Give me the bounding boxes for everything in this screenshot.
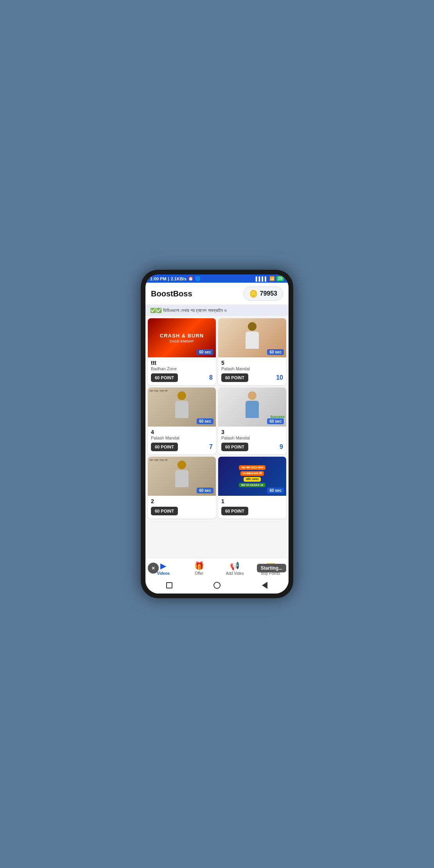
video-info-3: 4 Palash Mandal 60 POINT 7 [148,427,216,454]
announcement-bar: ✅✅ ভিডিওগুলো দেখার পর চ্যানেল সাবক্রাইব … [145,305,289,316]
announcement-text: ✅✅ ভিডিওগুলো দেখার পর চ্যানেল সাবক্রাইব … [150,308,226,313]
video-footer-1: 60 POINT 8 [151,373,213,382]
count-1: 8 [209,374,213,381]
back-icon [262,582,267,589]
app-title: BoostBoss [151,289,192,298]
thumbnail-6: নতুন গজল 2023 সালের দুয জাহানের বাদসা নব… [218,457,286,496]
nav-offer[interactable]: 🎁 Offer [181,560,217,576]
system-nav [145,578,289,594]
add-video-label: Add Video [226,571,244,576]
video-title-2: 5 [221,360,283,366]
video-title-4: 3 [221,429,283,435]
video-footer-2: 60 POINT 10 [221,373,283,382]
home-button[interactable] [213,581,221,590]
thumbnail-3: স্বাদ আছে সাধ্য নাই 60 sec [148,387,216,427]
video-title-1: ttt [151,360,213,366]
thumbnail-1: CRASH & BURN ZACK KNIGHT 60 sec [148,318,216,357]
video-card-2[interactable]: 60 sec 5 Palash Mandal 60 POINT 10 [218,318,286,385]
count-2: 10 [276,374,283,381]
add-video-icon: 📢 [230,561,240,570]
video-info-6: 1 60 POINT [218,496,286,518]
nav-add-video[interactable]: 📢 Add Video [217,560,253,576]
thumbnail-5: স্বাদ আছে সাধ্য নাই 60 sec [148,457,216,496]
battery-badge: 25 [276,276,284,281]
status-bar: 1:00 PM | 2.1KB/s ⏰ 🌐 ▌▌▌▌ 📶 25 [145,274,289,283]
count-4: 9 [280,443,283,450]
status-time: 1:00 PM [150,276,167,281]
wifi-icon: 📶 [269,276,275,281]
video-channel-4: Palash Mandal [221,436,283,440]
point-btn-5[interactable]: 60 POINT [151,507,178,515]
point-btn-3[interactable]: 60 POINT [151,443,178,451]
video-channel-3: Palash Mandal [151,436,213,440]
video-footer-5: 60 POINT [151,507,213,515]
recent-apps-icon [166,582,172,588]
video-channel-1: Badhan Zone [151,366,213,371]
video-card-1[interactable]: CRASH & BURN ZACK KNIGHT 60 sec ttt Badh… [148,318,216,385]
video-info-4: 3 Palash Mandal 60 POINT 9 [218,427,286,454]
video-card-3[interactable]: স্বাদ আছে সাধ্য নাই 60 sec 4 Palash Mand… [148,387,216,454]
bottom-nav: × ▶ Videos 🎁 Offer 📢 Add Video 💳 Buy Poi… [145,558,289,578]
video-title-5: 2 [151,498,213,504]
video-card-4[interactable]: Success 60 sec 3 Palash Mandal 60 POINT … [218,387,286,454]
phone-screen: 1:00 PM | 2.1KB/s ⏰ 🌐 ▌▌▌▌ 📶 25 BoostBos… [145,274,289,594]
points-value: 79953 [260,290,278,297]
status-sep: | [168,276,169,281]
status-right: ▌▌▌▌ 📶 25 [256,276,284,281]
video-card-6[interactable]: নতুন গজল 2023 সালের দুয জাহানের বাদসা নব… [218,457,286,518]
point-btn-2[interactable]: 60 POINT [221,373,248,382]
video-title-3: 4 [151,429,213,435]
video-info-5: 2 60 POINT [148,496,216,518]
points-badge: 🪙 79953 [243,287,283,301]
coin-icon: 🪙 [249,289,258,298]
thumbnail-2: 60 sec [218,318,286,357]
count-3: 7 [209,443,213,450]
phone-frame: 1:00 PM | 2.1KB/s ⏰ 🌐 ▌▌▌▌ 📶 25 BoostBos… [141,270,293,598]
status-speed: 2.1KB/s [171,276,187,281]
video-footer-3: 60 POINT 7 [151,443,213,451]
video-title-6: 1 [221,498,283,504]
offer-label: Offer [195,571,203,576]
point-btn-4[interactable]: 60 POINT [221,443,248,451]
signal-icon: ▌▌▌▌ [256,276,268,281]
offer-icon: 🎁 [194,561,204,570]
close-button[interactable]: × [148,563,159,574]
point-btn-6[interactable]: 60 POINT [221,507,248,515]
alarm-icon: ⏰ [188,276,194,281]
duration-4: 60 sec [267,418,284,424]
duration-6: 60 sec [267,488,284,493]
content-area[interactable]: CRASH & BURN ZACK KNIGHT 60 sec ttt Badh… [145,316,289,558]
home-icon [213,582,221,589]
video-footer-4: 60 POINT 9 [221,443,283,451]
status-left: 1:00 PM | 2.1KB/s ⏰ 🌐 [150,276,201,281]
recent-apps-button[interactable] [165,581,174,590]
video-info-2: 5 Palash Mandal 60 POINT 10 [218,357,286,385]
app-header: BoostBoss 🪙 79953 [145,283,289,305]
thumbnail-4: Success 60 sec [218,387,286,427]
video-info-1: ttt Badhan Zone 60 POINT 8 [148,357,216,385]
videos-icon: ▶ [160,561,166,570]
back-button[interactable] [260,581,269,590]
video-channel-2: Palash Mandal [221,366,283,371]
video-card-5[interactable]: স্বাদ আছে সাধ্য নাই 60 sec 2 [148,457,216,518]
video-footer-6: 60 POINT [221,507,283,515]
duration-2: 60 sec [267,349,284,355]
globe-icon: 🌐 [195,276,201,281]
video-grid: CRASH & BURN ZACK KNIGHT 60 sec ttt Badh… [148,318,286,518]
point-btn-1[interactable]: 60 POINT [151,373,178,382]
videos-label: Videos [157,571,170,576]
duration-5: 60 sec [197,488,213,493]
duration-1: 60 sec [197,349,213,355]
starting-badge: Starting... [257,564,286,572]
duration-3: 60 sec [197,418,213,424]
